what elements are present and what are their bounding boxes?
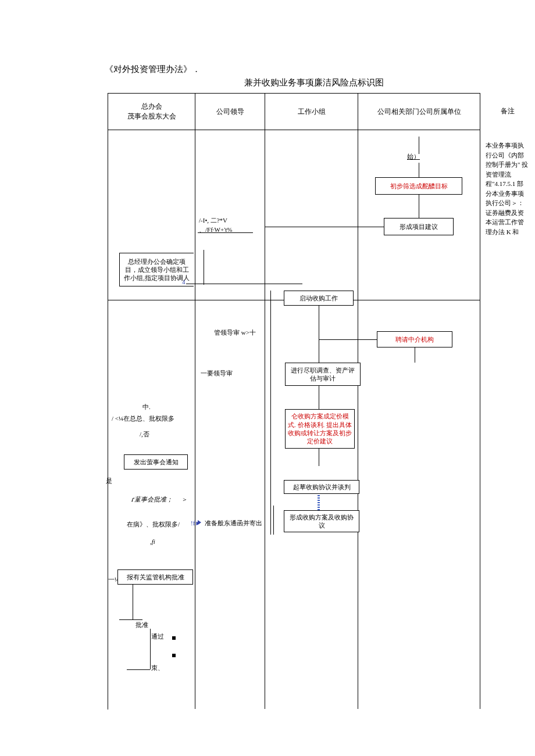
- remark-body: 本业务事项执行公司《内部控制手册为" 投资管理流程"4.17.5.1 部分本业务…: [486, 129, 529, 237]
- node-dd: 进行尽职调查、资产评估与审计: [285, 363, 361, 386]
- node-screen: 初步筛选成酡醲目标: [375, 177, 462, 195]
- node-startwork: 启动收购工作: [284, 291, 354, 306]
- leader-audit-2: 一要领导审: [201, 369, 233, 378]
- mid-1: 中.: [142, 403, 151, 411]
- conn-10h: [119, 619, 142, 620]
- garble-1b: 、/Ff·W+'t%: [199, 225, 232, 234]
- conn-2: [419, 195, 419, 218]
- conn-10v: [133, 585, 133, 619]
- conn-3h: [265, 227, 384, 227]
- leader-audit-1: 管领导审 w>十: [214, 328, 256, 337]
- lane-sep-1: [195, 129, 195, 709]
- end-label: 朿、: [151, 664, 164, 672]
- board-gt: ＞: [181, 495, 188, 504]
- lane-col-3: 工作小组: [265, 94, 358, 130]
- garble-1a: /-I•, 二?*V: [199, 216, 227, 225]
- doc-title-1: 《对外投资管理办法》．: [105, 64, 454, 75]
- lane1-label-b: 茂事会股东大会: [127, 112, 176, 121]
- node-hire: 聘请中介机构: [377, 331, 452, 347]
- blue-connector: [318, 494, 320, 510]
- node-draft: 起草收购协议并谈判: [284, 480, 359, 494]
- conn-1: [419, 163, 419, 177]
- auth-2: ,fi: [150, 538, 155, 546]
- arrow-prepare: [198, 520, 201, 525]
- conn-8v: [319, 386, 319, 409]
- node-pricing: 仑收购方案成定价模式. 价格谈利. 提出具体收购或转让方案及初步 定价建议: [285, 409, 355, 449]
- conn-prep-v: [273, 506, 274, 535]
- remark-column: 备注 本业务事项执行公司《内部控制手册为" 投资管理流程"4.17.5.1 部分…: [486, 93, 529, 237]
- pass-label: 通过: [151, 632, 164, 641]
- lane1-label-a: 总办会: [127, 102, 176, 112]
- mid-2: / <¼在总总、批权限多: [112, 414, 174, 423]
- conn-4v: [195, 232, 195, 253]
- node-suggest: 形成项目建议: [384, 218, 454, 235]
- start-node: 始）: [407, 152, 420, 161]
- lane-header-row: 总办会 茂事会股东大会 公司领导 工作小组 公司相关部门公司所属单位: [108, 94, 480, 130]
- conn-6h: [319, 339, 377, 340]
- yes-label: 是: [106, 476, 112, 485]
- conn-6v: [319, 306, 319, 339]
- lane-col-2: 公司领导: [195, 94, 265, 130]
- conn-11v: [150, 629, 151, 669]
- node-report: 报有关监管机构批准: [117, 569, 193, 585]
- doc-title-2: 兼并收购业务事项廉洁风险点标识图: [174, 77, 454, 88]
- conn-12h: [127, 669, 150, 670]
- conn-5v2: [265, 284, 265, 300]
- guide-v1: [204, 250, 204, 285]
- garble-underline: [198, 232, 253, 233]
- approve-label: 批准: [135, 621, 148, 629]
- remark-header: 备注: [486, 93, 529, 129]
- conn-7v: [319, 339, 319, 363]
- board-1: ɾ蓳事会批准；: [131, 495, 173, 504]
- office-mark: 4: [182, 278, 186, 286]
- dot-2: [172, 654, 176, 657]
- dot-1: [172, 636, 176, 640]
- node-prepare: 准备般东通函并寄出: [205, 519, 262, 528]
- title-area: 《对外投资管理办法》． 兼并收购业务事项廉洁风险点标识图: [105, 64, 454, 88]
- guide-v2: [270, 291, 271, 535]
- auth-1: 在病》、批权限多/: [127, 520, 180, 529]
- node-plan: 形成收购方案及收购协议: [284, 510, 359, 532]
- lane-sep-3: [358, 129, 358, 709]
- lane-sep-2: [265, 129, 265, 709]
- lane-sep-4: [480, 93, 480, 709]
- mid-3: /,否: [140, 430, 149, 439]
- lane-col-4: 公司相关部门公司所属单位: [358, 94, 480, 130]
- lane-col-1: 总办会 茂事会股东大会: [108, 94, 195, 130]
- conn-9v: [319, 449, 319, 466]
- conn-7v2: [415, 347, 415, 363]
- start-line: [419, 137, 419, 154]
- node-notice: 发出萤事会通知: [124, 454, 188, 470]
